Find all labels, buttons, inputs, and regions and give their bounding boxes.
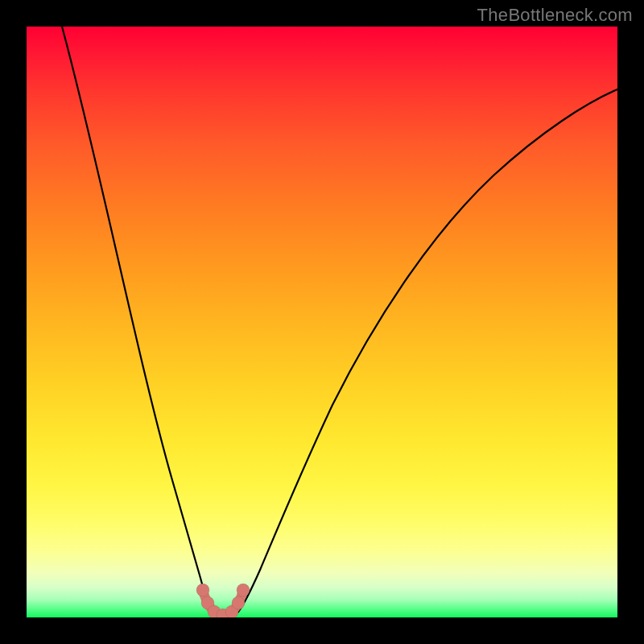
svg-point-5 [232, 597, 245, 609]
svg-point-6 [237, 584, 250, 597]
chart-frame: TheBottleneck.com [0, 0, 644, 644]
svg-point-0 [196, 584, 209, 597]
plot-area [27, 27, 617, 617]
watermark-text: TheBottleneck.com [477, 5, 633, 26]
bead-cluster [27, 27, 617, 617]
